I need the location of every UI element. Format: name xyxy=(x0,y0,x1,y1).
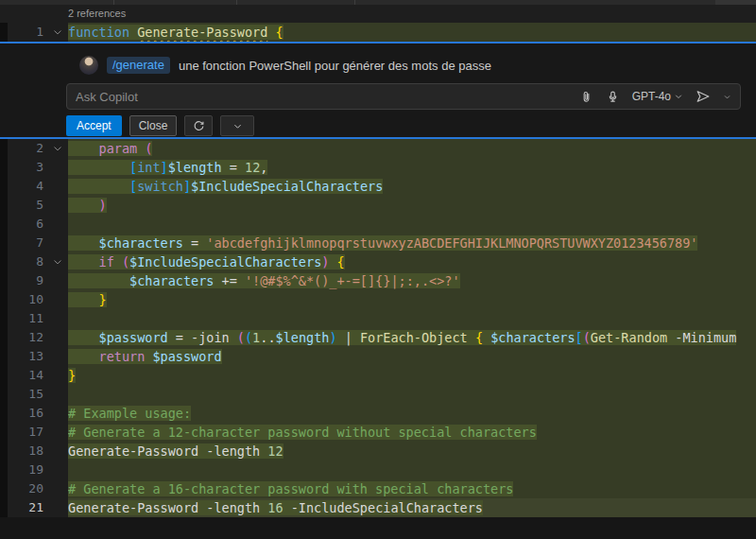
code-text: param ( xyxy=(68,139,756,158)
chat-input-field[interactable] xyxy=(67,90,579,104)
code-line: 16# Example usage: xyxy=(0,404,756,423)
line-number: 5 xyxy=(36,198,43,212)
gutter: 1 xyxy=(8,23,47,42)
fold-chevron-icon[interactable] xyxy=(47,23,68,42)
gutter: 6 xyxy=(8,215,47,234)
model-picker[interactable]: GPT-4o xyxy=(632,90,683,103)
tab-separator xyxy=(236,0,237,5)
line-number: 6 xyxy=(36,217,43,231)
line-number: 7 xyxy=(36,235,43,250)
rerun-button[interactable] xyxy=(184,115,213,136)
code-text xyxy=(68,461,756,479)
slash-command-chip: /generate xyxy=(107,57,170,74)
code-line: 17# Generate a 12-character password wit… xyxy=(0,423,756,442)
gutter: 12 xyxy=(8,328,47,347)
gutter: 3 xyxy=(8,158,47,177)
gutter: 20 xyxy=(8,479,47,498)
editor-left-edge xyxy=(0,215,8,234)
code-area: 2 param (3 [int]$length = 12,4 [switch]$… xyxy=(0,139,756,517)
fold-chevron-icon[interactable] xyxy=(47,252,68,271)
user-avatar xyxy=(79,56,98,75)
line-number: 16 xyxy=(28,406,43,420)
fold-spacer xyxy=(47,461,68,479)
send-button[interactable] xyxy=(696,89,711,104)
copilot-inline-chat-widget: /generate une fonction PowerShell pour g… xyxy=(0,42,756,139)
line-number: 1 xyxy=(36,25,43,39)
fold-spacer xyxy=(47,366,68,385)
more-actions-chevron-icon xyxy=(232,121,243,131)
tab-separator xyxy=(354,0,355,5)
mic-icon[interactable] xyxy=(606,90,620,104)
code-line: 14} xyxy=(0,366,756,385)
code-line: 11 xyxy=(0,309,756,328)
code-text xyxy=(68,385,756,404)
code-text: function Generate-Password { xyxy=(68,23,756,42)
gutter: 16 xyxy=(8,404,47,423)
line-number: 10 xyxy=(28,292,43,306)
tab-remnant-block xyxy=(715,0,756,5)
code-line: 9 $characters += '!@#$%^&*()_+-=[]{}|;:,… xyxy=(0,271,756,290)
accept-button[interactable]: Accept xyxy=(66,115,122,136)
editor-left-edge xyxy=(0,196,8,215)
more-actions-button[interactable] xyxy=(220,115,254,136)
editor-left-edge xyxy=(0,234,8,252)
gutter: 10 xyxy=(8,290,47,309)
code-text: # Generate a 16-character password with … xyxy=(68,479,756,498)
fold-chevron-icon[interactable] xyxy=(47,139,68,158)
send-icon xyxy=(696,89,711,104)
gutter: 13 xyxy=(8,347,47,366)
gutter: 15 xyxy=(8,385,47,404)
line-number: 12 xyxy=(28,330,43,344)
editor-empty-area xyxy=(0,517,756,539)
fold-spacer xyxy=(47,290,68,309)
codelens-references[interactable]: 2 references xyxy=(68,5,126,23)
fold-spacer xyxy=(47,385,68,404)
user-prompt-text: une fonction PowerShell pour générer des… xyxy=(179,59,491,73)
code-line: 7 $characters = 'abcdefghijklmnopqrstuvw… xyxy=(0,234,756,252)
code-line: 10 } xyxy=(0,290,756,309)
fold-spacer xyxy=(47,347,68,366)
close-button[interactable]: Close xyxy=(129,115,178,136)
code-text: # Generate a 12-character password witho… xyxy=(68,423,756,442)
code-text: # Example usage: xyxy=(68,404,756,423)
gutter: 7 xyxy=(8,234,47,252)
line-number: 3 xyxy=(36,160,43,174)
gutter: 2 xyxy=(8,139,47,158)
code-text: $characters = 'abcdefghijklmnopqrstuvwxy… xyxy=(68,234,756,252)
code-line: 8 if ($IncludeSpecialCharacters) { xyxy=(0,252,756,271)
fold-spacer xyxy=(47,423,68,442)
code-line: 6 xyxy=(0,215,756,234)
editor-left-edge xyxy=(0,442,8,461)
line-number: 11 xyxy=(28,311,43,325)
editor-left-edge xyxy=(0,271,8,290)
line-number: 4 xyxy=(36,179,43,193)
send-menu-button[interactable] xyxy=(723,93,731,101)
chat-input-box[interactable]: GPT-4o xyxy=(66,83,741,110)
fold-spacer xyxy=(47,196,68,215)
code-line: 20# Generate a 16-character password wit… xyxy=(0,479,756,498)
line-number: 20 xyxy=(28,481,43,496)
attach-icon[interactable] xyxy=(579,90,593,104)
editor-left-edge xyxy=(0,177,8,196)
editor-left-edge xyxy=(0,139,8,158)
editor-left-edge xyxy=(0,290,8,309)
fold-spacer xyxy=(47,158,68,177)
line-number: 2 xyxy=(36,141,43,155)
code-text: if ($IncludeSpecialCharacters) { xyxy=(68,252,756,271)
code-text: } xyxy=(68,366,756,385)
gutter: 17 xyxy=(8,423,47,442)
fold-spacer xyxy=(47,234,68,252)
code-text: Generate-Password -length 16 -IncludeSpe… xyxy=(68,498,756,517)
editor-left-edge xyxy=(0,479,8,498)
code-line: 2 param ( xyxy=(0,139,756,158)
code-line: 15 xyxy=(0,385,756,404)
editor-left-edge xyxy=(0,498,8,517)
editor-left-edge xyxy=(0,328,8,347)
code-line: 19 xyxy=(0,461,756,479)
code-line: 4 [switch]$IncludeSpecialCharacters xyxy=(0,177,756,196)
code-text: Generate-Password -length 12 xyxy=(68,442,756,461)
code-text: return $password xyxy=(68,347,756,366)
code-text: [int]$length = 12, xyxy=(68,158,756,177)
code-text xyxy=(68,215,756,234)
gutter: 14 xyxy=(8,366,47,385)
